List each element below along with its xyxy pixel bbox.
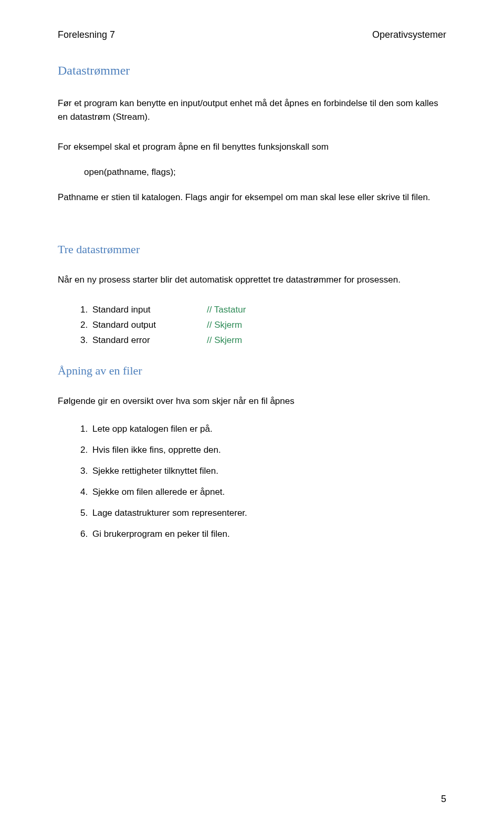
list-item: Lage datastrukturer som representerer. [90, 508, 446, 518]
stream-label: Standard error [92, 333, 207, 348]
stream-label: Standard input [92, 303, 207, 318]
intro-paragraph-3: Pathname er stien til katalogen. Flags a… [58, 191, 446, 204]
list-item: Lete opp katalogen filen er på. [90, 424, 446, 434]
header-left: Forelesning 7 [58, 29, 115, 40]
stream-list: Standard input // Tastatur Standard outp… [58, 303, 446, 348]
tre-paragraph: Når en ny prosess starter blir det autom… [58, 273, 446, 287]
page-number: 5 [441, 794, 446, 805]
open-steps-list: Lete opp katalogen filen er på. Hvis fil… [58, 424, 446, 539]
list-item: Standard output // Skjerm [90, 318, 446, 333]
list-item: Hvis filen ikke fins, opprette den. [90, 445, 446, 455]
list-item: Sjekke om filen allerede er åpnet. [90, 487, 446, 497]
intro-paragraph-2: For eksempel skal et program åpne en fil… [58, 140, 446, 154]
stream-comment: // Skjerm [207, 333, 242, 348]
apning-paragraph: Følgende gir en oversikt over hva som sk… [58, 394, 446, 408]
heading-datastrommer: Datastrømmer [58, 64, 446, 78]
intro-paragraph-1: Før et program kan benytte en input/outp… [58, 97, 446, 124]
page-header: Forelesning 7 Operativsystemer [58, 29, 446, 40]
list-item: Standard error // Skjerm [90, 333, 446, 348]
list-item: Gi brukerprogram en peker til filen. [90, 529, 446, 539]
code-open-call: open(pathname, flags); [58, 165, 446, 179]
header-right: Operativsystemer [372, 29, 446, 40]
heading-apning-av-en-filer: Åpning av en filer [58, 364, 446, 378]
heading-tre-datastrommer: Tre datastrømmer [58, 243, 446, 256]
list-item: Sjekke rettigheter tilknyttet filen. [90, 466, 446, 476]
stream-label: Standard output [92, 318, 207, 333]
page: Forelesning 7 Operativsystemer Datastrøm… [0, 0, 504, 832]
list-item: Standard input // Tastatur [90, 303, 446, 318]
stream-comment: // Skjerm [207, 318, 242, 333]
stream-comment: // Tastatur [207, 303, 246, 318]
